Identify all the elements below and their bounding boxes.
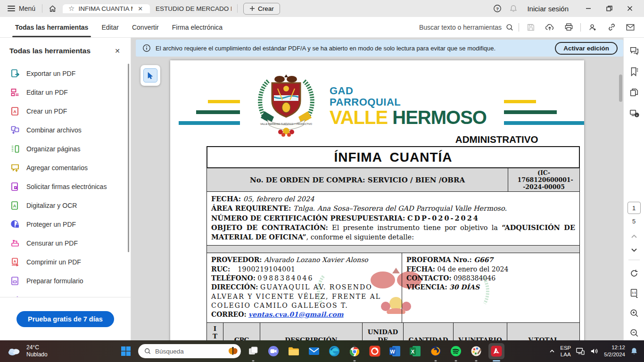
menu-button[interactable]: Menú [0,5,42,12]
sign-in-button[interactable]: Iniciar sesión [527,5,569,13]
sidebar-item-combinar[interactable]: Combinar archivos [0,121,127,140]
chat-teams-button[interactable] [265,343,281,359]
free-trial-button[interactable]: Prueba gratis de 7 días [17,311,114,327]
notification-center-button[interactable] [630,347,638,355]
sidebar-item-firmas[interactable]: Solicitar firmas electrónicas [0,177,127,196]
toolbar-tab-convertir[interactable]: Convertir [125,17,165,37]
taskbar-search[interactable]: Búsqueda [138,344,241,358]
field-area: ÁREA REQUIRENTE: Tnlga. Ana Sosa–Tesorer… [211,204,575,213]
language-indicator[interactable]: ESP LAA [560,345,571,358]
svg-text:VALLE HERMOSO TURÍSTICO Y PROD: VALLE HERMOSO TURÍSTICO Y PRODUCTIVO [260,123,312,125]
sidebar-item-formulario[interactable]: Preparar formulario [0,272,127,290]
file-explorer-button[interactable] [286,343,302,359]
sidebar-item-ocr[interactable]: A Digitalizar y OCR [0,196,127,215]
sidebar-item-comentarios[interactable]: Agregar comentarios [0,158,127,177]
page-thumbnails-button[interactable] [624,83,644,102]
sidebar-item-comprimir[interactable]: A Comprimir un PDF [0,253,127,272]
folder-icon [288,345,300,357]
cursor-arrow-icon [147,72,154,79]
svg-text:A: A [14,259,17,263]
rotate-refresh-button[interactable] [624,264,644,283]
tab-close-icon[interactable]: ✕ [136,4,144,13]
copy-link-button[interactable] [604,20,619,34]
restore-button[interactable] [600,1,619,16]
excel-button[interactable]: X [407,343,423,359]
redact-pdf-icon [10,239,20,248]
add-person-icon [588,23,597,32]
sidebar-scrollbar[interactable] [128,64,129,252]
sidebar-header: Todas las herramientas ✕ [0,38,131,60]
bookmarks-panel-button[interactable] [624,62,644,81]
sidebar-item-editar[interactable]: Editar un PDF [0,83,127,102]
search-button[interactable]: Buscar texto o herramientas [419,23,514,32]
document-scrollbar[interactable] [619,74,622,102]
sidebar-item-exportar[interactable]: Exportar un PDF [0,64,127,83]
pdf-page: VALLE HERMOSO TURÍSTICO Y PRODUCTIVO [170,60,584,340]
sidebar-item-proteger[interactable]: Proteger un PDF [0,215,127,234]
volume-button[interactable] [590,347,599,355]
enable-editing-button[interactable]: Activar edición [555,42,618,55]
zoom-in-button[interactable] [624,304,644,322]
save-button[interactable] [524,20,538,34]
close-button[interactable] [620,1,639,16]
acrobat-button[interactable] [488,343,504,359]
adobe-express-button[interactable] [367,343,383,359]
tab-infima-cuantia[interactable]: ☆ INFIMA CUANTIA MA... ✕ [63,4,150,13]
taskbar-weather[interactable]: 24°C Nublado [0,344,118,358]
word-button[interactable]: W [387,343,403,359]
print-button[interactable] [561,20,576,34]
sidebar-item-label: Solicitar firmas electrónicas [26,183,107,190]
chrome-button[interactable] [347,343,363,359]
clock[interactable]: 12:12 5/2/2024 [604,344,625,358]
create-tab-button[interactable]: Crear [243,3,280,15]
organize-pages-icon [10,144,20,154]
toolbar-tab-firma[interactable]: Firma electrónica [165,17,229,37]
provider-row: PROVEEDOR: Alvarado Lozano Xavier Alonso… [206,253,580,322]
toolbar-tab-todas[interactable]: Todas las herramientas [8,17,95,37]
star-icon[interactable]: ☆ [68,4,74,13]
home-button[interactable] [42,4,63,13]
create-label: Crear [258,5,274,12]
network-cast-button[interactable] [576,347,585,355]
share-people-button[interactable] [586,20,600,34]
print-production-button[interactable] [624,104,644,123]
spotify-button[interactable] [448,343,464,359]
paint-button[interactable] [468,343,484,359]
col-unidad: UNIDAD DE MEDIDA [363,323,404,340]
plus-icon [249,6,255,11]
previous-page-button[interactable] [624,230,644,243]
teams-chat-icon [267,345,280,357]
edge-button[interactable] [326,343,342,359]
firefox-button[interactable] [428,343,444,359]
document-title: ÍNFIMA CUANTÍA [334,150,452,165]
minimize-button[interactable] [579,1,598,16]
language-bottom: LAA [560,351,571,358]
sidebar-item-censurar[interactable]: Censurar un PDF [0,234,127,253]
fit-page-button[interactable]: 1:1 [624,284,644,303]
comments-panel-button[interactable] [624,41,644,60]
sidebar-close-icon[interactable]: ✕ [113,46,122,56]
notifications-button[interactable] [506,1,520,16]
tray-date: 5/2/2024 [604,351,625,358]
tools-sidebar: Todas las herramientas ✕ Exportar un PDF… [0,38,131,340]
task-view-button[interactable] [245,343,261,359]
page-number-input[interactable]: 1 [627,202,641,214]
fit-page-icon: 1:1 [629,288,639,298]
email-button[interactable] [623,20,637,34]
tab-estudio-mercado[interactable]: ESTUDIO DE MERCADO M... [150,5,237,12]
upload-cloud-button[interactable] [543,20,557,34]
email-link[interactable]: ventas.cva.01@gmail.com [248,311,343,318]
sidebar-item-rellenar[interactable]: Rellenar y firmar [0,290,127,297]
toolbar-tab-editar[interactable]: Editar [95,17,125,37]
tray-chevron-button[interactable] [549,348,555,354]
sidebar-item-label: Preparar formulario [26,277,83,285]
zoom-out-button[interactable] [624,323,644,342]
mail-button[interactable] [306,343,322,359]
sidebar-item-crear[interactable]: A Crear un PDF [0,102,127,121]
help-button[interactable]: ? [490,1,504,16]
sidebar-item-organizar[interactable]: Organizar páginas [0,140,127,158]
select-tool-widget[interactable] [140,65,160,86]
next-page-button[interactable] [624,244,644,256]
restore-icon [606,5,612,12]
start-button[interactable] [118,343,134,359]
